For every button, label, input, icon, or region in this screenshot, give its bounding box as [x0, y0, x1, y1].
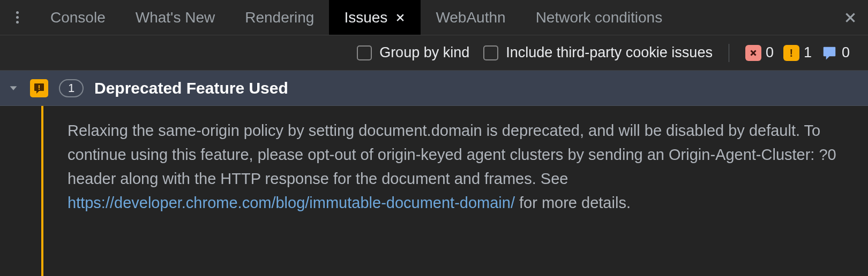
tab-label: Network conditions: [536, 9, 663, 26]
issue-row-header[interactable]: 1 Deprecated Feature Used: [0, 71, 868, 106]
third-party-cookie-option[interactable]: Include third-party cookie issues: [483, 44, 713, 61]
tab-network-conditions[interactable]: Network conditions: [521, 0, 678, 35]
severity-rule: [41, 106, 43, 276]
warnings-count[interactable]: ! 1: [783, 44, 812, 61]
tab-console[interactable]: Console: [35, 0, 121, 35]
count-value: 0: [766, 44, 774, 61]
issue-body-text: for more details.: [515, 194, 631, 211]
issue-description: Relaxing the same-origin policy by setti…: [44, 106, 868, 276]
issues-filter-bar: Group by kind Include third-party cookie…: [0, 35, 868, 71]
issue-gutter: [0, 106, 44, 276]
count-value: 1: [804, 44, 812, 61]
warning-icon: !: [783, 45, 799, 61]
close-tab-icon[interactable]: [395, 12, 406, 23]
more-tabs-icon[interactable]: [4, 0, 30, 35]
divider: [729, 44, 729, 62]
filter-label: Group by kind: [379, 44, 469, 61]
tab-whats-new[interactable]: What's New: [121, 0, 230, 35]
issue-learn-more-link[interactable]: https://developer.chrome.com/blog/immuta…: [68, 194, 515, 211]
issue-body-container: Relaxing the same-origin policy by setti…: [0, 106, 868, 276]
tab-label: Rendering: [245, 9, 314, 26]
tab-issues[interactable]: Issues: [329, 0, 421, 35]
tab-label: Issues: [344, 9, 387, 26]
tab-rendering[interactable]: Rendering: [230, 0, 329, 35]
count-value: 1: [68, 81, 74, 95]
issues-summary: 0 ! 1 0: [745, 44, 850, 61]
count-value: 0: [842, 44, 850, 61]
filter-label: Include third-party cookie issues: [506, 44, 713, 61]
checkbox-icon: [483, 45, 498, 60]
tab-label: WebAuthn: [436, 9, 505, 26]
tab-label: Console: [50, 9, 106, 26]
errors-count[interactable]: 0: [745, 44, 774, 61]
info-count[interactable]: 0: [821, 44, 850, 61]
issue-body-text: Relaxing the same-origin policy by setti…: [68, 122, 836, 187]
svg-rect-0: [39, 85, 40, 88]
group-by-kind-option[interactable]: Group by kind: [357, 44, 469, 61]
devtools-tabbar: Console What's New Rendering Issues WebA…: [0, 0, 868, 35]
chevron-down-icon: [8, 82, 19, 94]
tab-label: What's New: [136, 9, 215, 26]
error-icon: [745, 45, 761, 61]
close-panel-icon[interactable]: [833, 0, 868, 35]
info-icon: [821, 45, 837, 61]
svg-rect-1: [39, 89, 40, 90]
tab-webauthn[interactable]: WebAuthn: [421, 0, 520, 35]
checkbox-icon: [357, 45, 372, 60]
issue-title: Deprecated Feature Used: [94, 79, 288, 97]
warning-icon: [30, 79, 48, 97]
issue-count-pill: 1: [59, 79, 84, 97]
